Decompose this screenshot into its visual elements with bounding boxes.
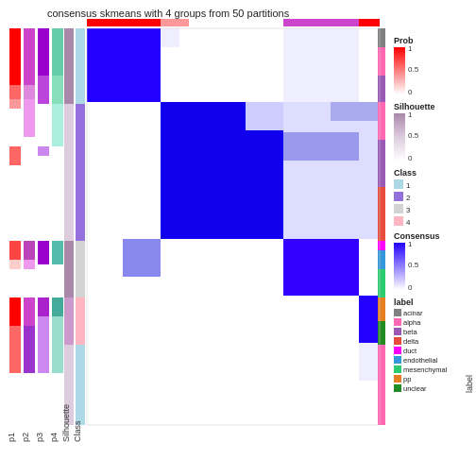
x-label-p2: p2 xyxy=(21,433,30,442)
svg-rect-69 xyxy=(246,102,283,130)
svg-rect-65 xyxy=(161,28,179,47)
silh-label-1: 1 xyxy=(408,110,413,119)
svg-rect-22 xyxy=(24,373,35,425)
svg-rect-10 xyxy=(9,326,21,373)
svg-rect-92 xyxy=(394,384,401,392)
svg-rect-21 xyxy=(24,326,35,373)
svg-rect-11 xyxy=(9,373,21,425)
silhouette-bar xyxy=(64,28,74,425)
svg-rect-85 xyxy=(394,318,401,326)
svg-rect-36 xyxy=(52,146,63,241)
label-duct: duct xyxy=(403,347,417,355)
cons-label-05: 0.5 xyxy=(408,261,419,269)
svg-rect-67 xyxy=(359,102,380,121)
svg-rect-16 xyxy=(24,165,35,241)
class-2-label: 2 xyxy=(406,194,411,202)
p3-bar xyxy=(38,28,49,425)
svg-rect-31 xyxy=(38,316,49,373)
svg-rect-13 xyxy=(24,85,35,99)
svg-rect-90 xyxy=(394,366,401,373)
svg-rect-27 xyxy=(38,156,49,241)
svg-rect-26 xyxy=(38,146,49,156)
svg-rect-45 xyxy=(64,298,74,345)
p4-bar xyxy=(52,28,63,425)
class-3-label: 3 xyxy=(406,206,411,214)
cons-label-0: 0 xyxy=(408,283,413,292)
label-acinar: acinar xyxy=(403,309,423,317)
svg-rect-6 xyxy=(9,241,21,260)
prob-label-05: 0.5 xyxy=(408,65,419,74)
svg-rect-30 xyxy=(38,298,49,316)
svg-rect-74 xyxy=(189,19,283,26)
svg-rect-73 xyxy=(161,19,189,26)
svg-rect-25 xyxy=(38,104,49,146)
svg-rect-44 xyxy=(64,241,74,298)
svg-rect-42 xyxy=(64,28,74,104)
svg-rect-78 xyxy=(394,113,405,161)
svg-rect-91 xyxy=(394,375,401,382)
svg-rect-39 xyxy=(52,298,63,316)
svg-rect-9 xyxy=(9,298,21,326)
svg-rect-18 xyxy=(24,260,35,269)
svg-rect-76 xyxy=(359,19,380,26)
svg-rect-101 xyxy=(378,269,385,298)
silh-label-0: 0 xyxy=(408,154,413,162)
svg-rect-29 xyxy=(38,264,49,298)
svg-rect-32 xyxy=(38,373,49,425)
svg-rect-71 xyxy=(331,102,359,121)
svg-rect-5 xyxy=(9,165,21,241)
svg-rect-24 xyxy=(38,76,49,104)
class-legend-title: Class xyxy=(394,168,416,178)
svg-rect-59 xyxy=(359,239,380,296)
label-pp: pp xyxy=(403,375,411,383)
prob-label-1: 1 xyxy=(408,44,413,53)
x-label-p1: p1 xyxy=(7,433,16,442)
svg-rect-1 xyxy=(9,85,21,99)
svg-rect-0 xyxy=(9,28,21,85)
label-unclear: unclear xyxy=(403,384,427,393)
svg-rect-83 xyxy=(394,243,405,290)
svg-rect-43 xyxy=(64,104,74,241)
svg-rect-88 xyxy=(394,347,401,354)
svg-rect-102 xyxy=(378,298,385,321)
svg-rect-94 xyxy=(378,47,385,76)
label-alpha: alpha xyxy=(403,318,421,327)
svg-rect-35 xyxy=(52,104,63,146)
class-4-label: 4 xyxy=(406,218,411,227)
svg-rect-12 xyxy=(24,28,35,85)
svg-rect-51 xyxy=(76,345,85,425)
heatmap-svg: p1 p2 p3 p4 Silhouette Class Prob xyxy=(0,0,476,476)
svg-rect-84 xyxy=(394,309,401,316)
class-1-label: 1 xyxy=(406,181,411,190)
svg-rect-82 xyxy=(394,216,403,226)
label-endothelial: endothelial xyxy=(403,356,438,365)
label-beta: beta xyxy=(403,328,417,336)
svg-rect-28 xyxy=(38,241,49,264)
silh-label-05: 0.5 xyxy=(408,131,419,140)
svg-rect-34 xyxy=(52,76,63,104)
svg-rect-97 xyxy=(378,140,385,187)
p1-bar xyxy=(9,28,21,425)
cons-label-1: 1 xyxy=(408,240,413,248)
svg-rect-89 xyxy=(394,356,401,364)
svg-rect-98 xyxy=(378,187,385,241)
svg-rect-96 xyxy=(378,102,385,140)
svg-rect-55 xyxy=(87,102,161,239)
svg-rect-20 xyxy=(24,298,35,326)
svg-rect-66 xyxy=(283,28,359,102)
svg-rect-3 xyxy=(9,109,21,146)
svg-rect-50 xyxy=(76,298,85,345)
svg-rect-87 xyxy=(394,337,401,345)
svg-rect-37 xyxy=(52,241,63,264)
svg-rect-104 xyxy=(378,345,385,425)
svg-rect-52 xyxy=(87,28,161,102)
svg-rect-79 xyxy=(394,179,403,189)
svg-rect-4 xyxy=(9,146,21,165)
svg-rect-56 xyxy=(283,102,380,239)
svg-rect-40 xyxy=(52,316,63,373)
svg-rect-8 xyxy=(9,269,21,298)
svg-rect-57 xyxy=(283,239,359,296)
consensus-legend-title: Consensus xyxy=(394,231,440,241)
svg-rect-80 xyxy=(394,192,403,201)
svg-rect-70 xyxy=(283,132,359,161)
